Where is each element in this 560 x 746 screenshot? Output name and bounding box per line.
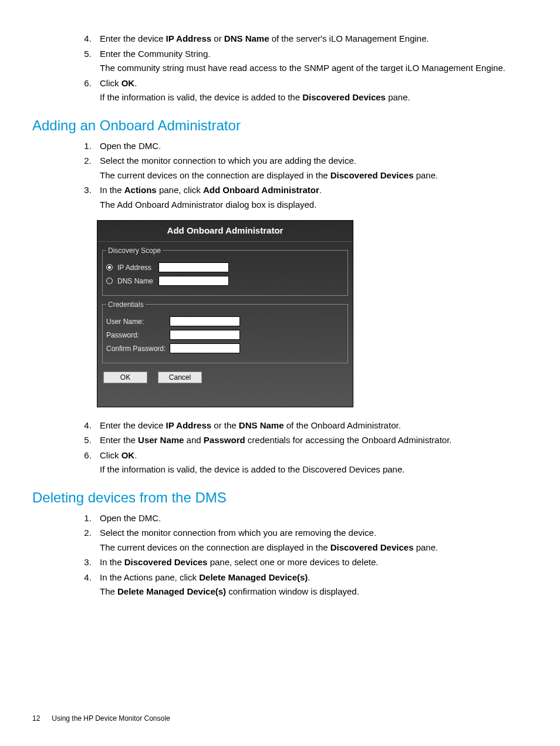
ip-address-input[interactable] [158, 262, 229, 272]
dns-name-radio[interactable] [106, 278, 113, 284]
step-sub: The community string must have read acce… [100, 62, 525, 75]
ok-button[interactable]: OK [103, 372, 147, 383]
step: Enter the device IP Address or DNS Name … [94, 32, 525, 46]
discovery-scope-legend: Discovery Scope [106, 245, 163, 256]
username-label: User Name: [106, 316, 170, 327]
confirm-password-label: Confirm Password: [106, 343, 170, 354]
step-sub: If the information is valid, the device … [100, 91, 525, 104]
ip-address-label: IP Address [117, 262, 158, 273]
step-sub: The Add Onboard Administrator dialog box… [100, 198, 525, 212]
heading-deleting-devices: Deleting devices from the DMS [32, 487, 525, 508]
step: In the Discovered Devices pane, select o… [94, 556, 525, 569]
step: Select the monitor connection to which y… [94, 154, 525, 182]
password-input[interactable] [170, 330, 240, 340]
heading-adding-oa: Adding an Onboard Administrator [32, 115, 525, 136]
step: Enter the device IP Address or the DNS N… [94, 419, 525, 433]
steps-oa-a: Open the DMC. Select the monitor connect… [32, 140, 525, 212]
dns-name-input[interactable] [158, 276, 229, 286]
steps-oa-b: Enter the device IP Address or the DNS N… [32, 419, 525, 477]
ip-address-radio[interactable] [106, 264, 113, 271]
step: Open the DMC. [94, 512, 525, 525]
discovery-scope-fieldset: Discovery Scope IP Address DNS Name [102, 245, 348, 296]
add-onboard-administrator-dialog: Add Onboard Administrator Discovery Scop… [97, 220, 353, 407]
credentials-fieldset: Credentials User Name: Password: Confirm… [102, 299, 348, 363]
cancel-button[interactable]: Cancel [158, 372, 202, 383]
step: Select the monitor connection from which… [94, 526, 525, 554]
username-input[interactable] [170, 316, 240, 326]
step-sub: If the information is valid, the device … [100, 463, 525, 477]
step: Click OK. If the information is valid, t… [94, 449, 525, 477]
step-sub: The current devices on the connection ar… [100, 169, 525, 183]
step-sub: The current devices on the connection ar… [100, 541, 525, 555]
confirm-password-input[interactable] [170, 343, 240, 353]
step: Enter the Community String. The communit… [94, 48, 525, 75]
step: Enter the User Name and Password credent… [94, 434, 525, 447]
step: In the Actions pane, click Add Onboard A… [94, 184, 525, 211]
steps-del: Open the DMC. Select the monitor connect… [32, 512, 525, 599]
dialog-title: Add Onboard Administrator [97, 221, 353, 242]
steps-top: Enter the device IP Address or DNS Name … [32, 32, 525, 104]
step: Open the DMC. [94, 140, 525, 153]
step-sub: The Delete Managed Device(s) confirmatio… [100, 585, 525, 599]
dns-name-label: DNS Name [117, 276, 158, 286]
password-label: Password: [106, 330, 170, 340]
step: Click OK. If the information is valid, t… [94, 77, 525, 104]
step: In the Actions pane, click Delete Manage… [94, 571, 525, 599]
credentials-legend: Credentials [106, 299, 146, 310]
